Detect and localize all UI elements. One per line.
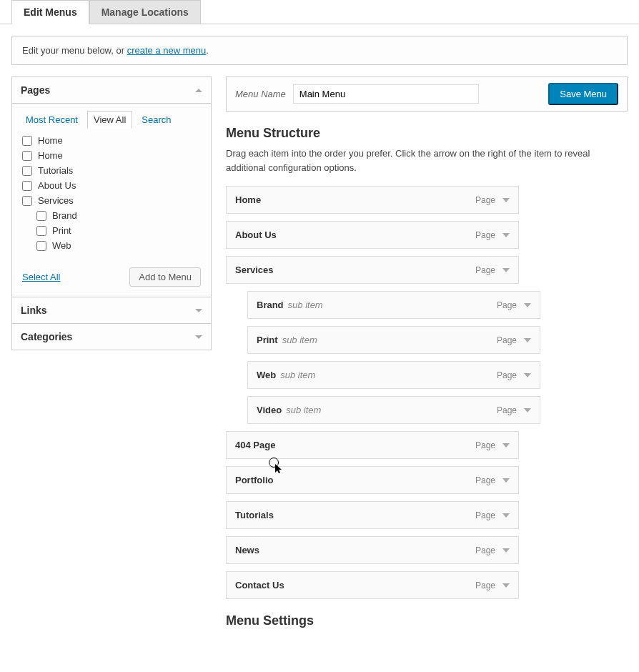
add-to-menu-button[interactable]: Add to Menu <box>129 267 201 287</box>
select-all-link[interactable]: Select All <box>22 272 60 282</box>
chevron-down-icon[interactable] <box>502 583 510 588</box>
page-label: Print <box>52 225 71 236</box>
menu-item-type: Page <box>475 510 495 520</box>
page-checkbox-item: Web <box>22 238 201 253</box>
page-checkbox[interactable] <box>22 151 32 161</box>
page-list: HomeHomeTutorialsAbout UsServicesBrandPr… <box>12 129 211 260</box>
pages-panel-title: Pages <box>21 84 50 96</box>
page-checkbox[interactable] <box>22 166 32 176</box>
page-label: About Us <box>38 180 76 191</box>
menu-item[interactable]: Videosub itemPage <box>247 396 540 424</box>
page-checkbox[interactable] <box>22 136 32 146</box>
menu-item[interactable]: NewsPage <box>226 536 519 564</box>
pages-subtabs: Most Recent View All Search <box>12 104 211 129</box>
menu-item-sub-label: sub item <box>282 335 317 345</box>
save-menu-button[interactable]: Save Menu <box>548 83 618 105</box>
page-label: Home <box>38 150 63 161</box>
menu-item-title: 404 Page <box>235 440 275 450</box>
menu-item-type: Page <box>475 580 495 591</box>
menu-item-type: Page <box>475 545 495 555</box>
page-label: Home <box>38 135 63 146</box>
menu-item-type: Page <box>475 230 495 240</box>
menu-item-sub-label: sub item <box>286 405 321 415</box>
page-label: Services <box>38 195 74 206</box>
pages-panel-header[interactable]: Pages <box>12 77 211 103</box>
menu-settings-title: Menu Settings <box>226 613 628 628</box>
links-panel-header[interactable]: Links <box>12 297 211 323</box>
page-checkbox-item: Home <box>22 148 201 163</box>
menu-item[interactable]: Brandsub itemPage <box>247 291 540 319</box>
chevron-down-icon[interactable] <box>502 198 510 202</box>
subtab-search[interactable]: Search <box>135 111 177 129</box>
page-checkbox-item: Print <box>22 223 201 238</box>
tab-manage-locations[interactable]: Manage Locations <box>89 0 201 24</box>
page-checkbox[interactable] <box>36 226 46 236</box>
menu-item-title: Print <box>257 335 278 345</box>
main-tabs: Edit Menus Manage Locations <box>0 0 639 24</box>
menu-item[interactable]: Websub itemPage <box>247 361 540 389</box>
chevron-down-icon[interactable] <box>502 268 510 272</box>
chevron-down-icon[interactable] <box>502 513 510 518</box>
page-checkbox[interactable] <box>36 211 46 221</box>
chevron-down-icon[interactable] <box>524 373 531 377</box>
menu-item-type: Page <box>475 265 495 275</box>
menu-item-type: Page <box>497 335 517 345</box>
menu-item-title: Web <box>257 370 276 380</box>
menu-structure-title: Menu Structure <box>226 126 628 141</box>
menu-item-type: Page <box>475 475 495 485</box>
categories-panel-header[interactable]: Categories <box>12 324 211 350</box>
menu-item-sub-label: sub item <box>280 370 315 380</box>
menu-item[interactable]: HomePage <box>226 186 519 214</box>
page-checkbox[interactable] <box>22 196 32 206</box>
tab-edit-menus[interactable]: Edit Menus <box>11 0 89 24</box>
page-checkbox[interactable] <box>22 181 32 191</box>
menu-item-type: Page <box>497 370 517 380</box>
menu-item[interactable]: Contact UsPage <box>226 571 519 599</box>
pages-panel: Pages Most Recent View All Search HomeHo… <box>11 76 212 297</box>
page-checkbox-item: About Us <box>22 178 201 193</box>
notice-bar: Edit your menu below, or create a new me… <box>11 36 628 65</box>
create-new-menu-link[interactable]: create a new menu <box>127 45 207 56</box>
chevron-down-icon <box>195 335 202 339</box>
chevron-down-icon[interactable] <box>502 443 510 448</box>
menu-item-type: Page <box>497 300 517 310</box>
chevron-down-icon <box>195 309 202 312</box>
menu-item-title: Brand <box>257 300 284 310</box>
menu-item-title: Tutorials <box>235 510 274 520</box>
menu-item-title: Video <box>257 405 282 415</box>
menu-item[interactable]: PortfolioPage <box>226 466 519 494</box>
menu-item[interactable]: 404 PagePage <box>226 431 519 459</box>
chevron-down-icon[interactable] <box>524 303 531 307</box>
menu-item-type: Page <box>497 405 517 415</box>
subtab-view-all[interactable]: View All <box>87 111 132 129</box>
menu-name-label: Menu Name <box>235 89 286 99</box>
menu-item-type: Page <box>475 440 495 450</box>
page-checkbox-item: Tutorials <box>22 163 201 178</box>
menu-item[interactable]: Printsub itemPage <box>247 326 540 354</box>
subtab-most-recent[interactable]: Most Recent <box>19 111 84 129</box>
chevron-down-icon[interactable] <box>502 478 510 483</box>
notice-text: Edit your menu below, or <box>22 45 127 56</box>
chevron-down-icon[interactable] <box>502 548 510 553</box>
menu-item[interactable]: ServicesPage <box>226 256 519 284</box>
page-label: Brand <box>52 210 77 221</box>
menu-item[interactable]: TutorialsPage <box>226 501 519 529</box>
menu-item-type: Page <box>475 195 495 205</box>
links-panel-title: Links <box>21 305 47 316</box>
menu-item-title: News <box>235 545 259 555</box>
chevron-down-icon[interactable] <box>524 408 531 412</box>
menu-items-container: HomePageAbout UsPageServicesPageBrandsub… <box>226 186 628 599</box>
chevron-down-icon[interactable] <box>524 338 531 342</box>
page-label: Web <box>52 240 71 251</box>
chevron-down-icon[interactable] <box>502 233 510 237</box>
menu-name-input[interactable] <box>293 84 479 104</box>
menu-item-title: Services <box>235 265 274 275</box>
menu-name-bar: Menu Name Save Menu <box>226 76 628 112</box>
categories-panel-title: Categories <box>21 331 72 342</box>
links-panel: Links <box>11 297 212 324</box>
menu-structure-desc: Drag each item into the order you prefer… <box>226 147 628 174</box>
menu-item-title: Home <box>235 194 261 205</box>
page-checkbox-item: Brand <box>22 208 201 223</box>
menu-item[interactable]: About UsPage <box>226 221 519 249</box>
page-checkbox[interactable] <box>36 241 46 251</box>
